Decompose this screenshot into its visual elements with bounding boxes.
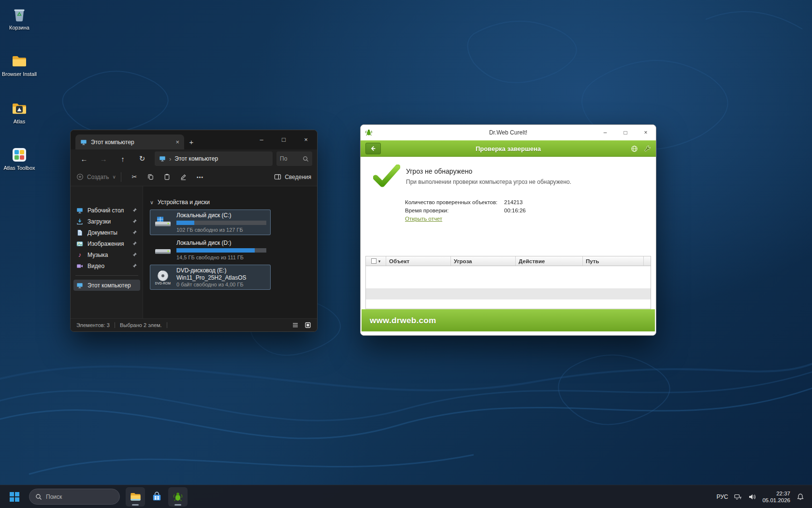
- explorer-tab[interactable]: Этот компьютер ×: [75, 134, 184, 149]
- drive-e-dvd-item[interactable]: DVD-ROM DVD-дисковод (E:) Win11_Pro_25H2…: [150, 265, 271, 290]
- more-options-button[interactable]: •••: [192, 170, 208, 184]
- explorer-status-bar: Элементов: 3 Выбрано 2 элем.: [71, 318, 317, 331]
- up-button[interactable]: ↑: [114, 151, 131, 166]
- drive-volume-label: Win11_Pro_25H2_AtlasOS: [176, 274, 246, 282]
- sidebar-item-documents[interactable]: Документы: [73, 227, 140, 238]
- drive-c-item[interactable]: Локальный диск (C:) 102 ГБ свободно из 1…: [150, 209, 271, 235]
- drive-name: DVD-дисковод (E:): [176, 267, 246, 274]
- maximize-button[interactable]: □: [273, 130, 295, 149]
- items-count: Элементов: 3: [76, 322, 110, 328]
- close-button[interactable]: ×: [636, 125, 656, 140]
- sidebar-item-downloads[interactable]: Загрузки: [73, 216, 140, 227]
- desktop-icon-atlas[interactable]: Atlas: [1, 100, 38, 125]
- minimize-button[interactable]: –: [250, 130, 273, 149]
- stat-value: 00:16:26: [504, 208, 526, 213]
- desktop-icon-atlas-toolbox[interactable]: Atlas Toolbox: [1, 146, 38, 171]
- breadcrumb-chevron-icon: ›: [169, 155, 171, 163]
- checkbox-dropdown-icon[interactable]: ▾: [378, 259, 381, 264]
- dvd-rom-badge: DVD-ROM: [155, 282, 171, 285]
- drive-usage-bar: [176, 248, 266, 253]
- language-globe-icon[interactable]: [631, 145, 638, 152]
- close-button[interactable]: ×: [295, 130, 317, 149]
- new-item-label: Создать: [87, 174, 109, 180]
- settings-wrench-icon[interactable]: [644, 145, 651, 152]
- explorer-search-box[interactable]: [276, 151, 312, 166]
- minimize-button[interactable]: –: [595, 125, 615, 140]
- success-checkmark-icon: [373, 164, 400, 188]
- desktop-icon-recycle-bin[interactable]: Корзина: [1, 6, 38, 31]
- select-all-checkbox[interactable]: [371, 258, 377, 264]
- desktop-icon-label: Browser Install: [1, 71, 38, 77]
- videos-icon: [76, 263, 83, 269]
- column-header-threat[interactable]: Угроза: [451, 256, 516, 266]
- back-button[interactable]: ←: [75, 151, 93, 166]
- hard-drive-icon: [154, 216, 172, 229]
- breadcrumb: Этот компьютер: [174, 155, 218, 162]
- back-button[interactable]: [365, 143, 381, 154]
- drweb-spider-icon: [173, 492, 183, 502]
- sidebar-item-this-pc[interactable]: Этот компьютер: [73, 280, 140, 291]
- drweb-window: Dr.Web CureIt! – □ × Проверка завершена: [360, 124, 656, 336]
- column-header-path[interactable]: Путь: [583, 256, 644, 266]
- sidebar-item-music[interactable]: ♪ Музыка: [73, 249, 140, 260]
- taskbar-clock[interactable]: 22:37 05.01.2026: [762, 490, 790, 504]
- taskbar-explorer-button[interactable]: [126, 487, 145, 507]
- drive-name: Локальный диск (C:): [176, 212, 266, 219]
- network-icon[interactable]: [734, 493, 742, 501]
- stat-label: Время проверки:: [405, 208, 504, 213]
- taskbar-search-input[interactable]: [46, 493, 114, 500]
- sidebar-item-label: Загрузки: [87, 218, 111, 225]
- paste-button[interactable]: [159, 170, 175, 184]
- drweb-footer-banner[interactable]: www.drweb.com: [362, 309, 655, 331]
- desktop: Корзина Browser Install Atlas: [0, 0, 812, 508]
- atlas-folder-icon: [11, 100, 28, 117]
- desktop-icon-browser-install[interactable]: Browser Install: [1, 52, 38, 77]
- drweb-content: Угроз не обнаружено При выполнении прове…: [361, 157, 656, 335]
- cut-button[interactable]: ✂: [126, 170, 143, 184]
- large-icons-view-icon[interactable]: [304, 322, 311, 329]
- start-button[interactable]: [5, 487, 24, 507]
- drweb-website-link[interactable]: www.drweb.com: [370, 316, 436, 326]
- explorer-toolbar: Создать ∨ ✂: [71, 168, 317, 186]
- taskbar-search-box[interactable]: [29, 489, 120, 505]
- forward-button[interactable]: →: [95, 151, 112, 166]
- maximize-button[interactable]: □: [615, 125, 636, 140]
- pin-icon: [132, 252, 137, 257]
- rename-button[interactable]: [175, 170, 192, 184]
- volume-icon[interactable]: [748, 493, 756, 501]
- drive-usage-bar: [176, 221, 266, 225]
- taskbar-store-button[interactable]: [147, 487, 166, 507]
- refresh-button[interactable]: ↻: [133, 151, 151, 166]
- open-report-link[interactable]: Открыть отчет: [405, 216, 442, 222]
- new-tab-button[interactable]: +: [184, 135, 199, 149]
- explorer-search-input[interactable]: [280, 155, 301, 162]
- scan-stats: Количество проверенных объектов: 214213 …: [405, 199, 526, 216]
- drive-d-item[interactable]: Локальный диск (D:) 14,5 ГБ свободно из …: [150, 237, 271, 263]
- language-indicator[interactable]: РУС: [716, 493, 728, 500]
- running-indicator: [132, 504, 139, 506]
- recycle-bin-icon: [11, 6, 28, 23]
- pin-icon: [132, 263, 137, 269]
- new-item-button[interactable]: Создать ∨: [76, 173, 116, 180]
- taskbar-drweb-button[interactable]: [168, 487, 188, 507]
- drive-usage-fill: [176, 221, 194, 225]
- details-pane-button[interactable]: Сведения: [274, 173, 311, 180]
- sidebar-item-pictures[interactable]: Изображения: [73, 238, 140, 249]
- column-header-object[interactable]: Объект: [386, 256, 451, 266]
- plus-circle-icon: [76, 173, 84, 180]
- sidebar-item-desktop[interactable]: Рабочий стол: [73, 205, 140, 216]
- details-view-icon[interactable]: [292, 322, 299, 329]
- notifications-bell-icon[interactable]: [797, 493, 804, 501]
- column-header-action[interactable]: Действие: [516, 256, 583, 266]
- search-icon: [35, 493, 42, 500]
- devices-group-header[interactable]: ∨ Устройства и диски: [150, 199, 311, 206]
- copy-button[interactable]: [143, 170, 159, 184]
- drive-name: Локальный диск (D:): [176, 239, 266, 247]
- address-bar[interactable]: › Этот компьютер: [155, 151, 273, 166]
- sidebar-item-videos[interactable]: Видео: [73, 260, 140, 271]
- file-explorer-icon: [130, 491, 142, 503]
- tab-close-icon[interactable]: ×: [175, 139, 179, 145]
- threats-table-body: [366, 266, 651, 309]
- drweb-app-icon: [365, 129, 373, 136]
- copy-icon: [147, 173, 154, 180]
